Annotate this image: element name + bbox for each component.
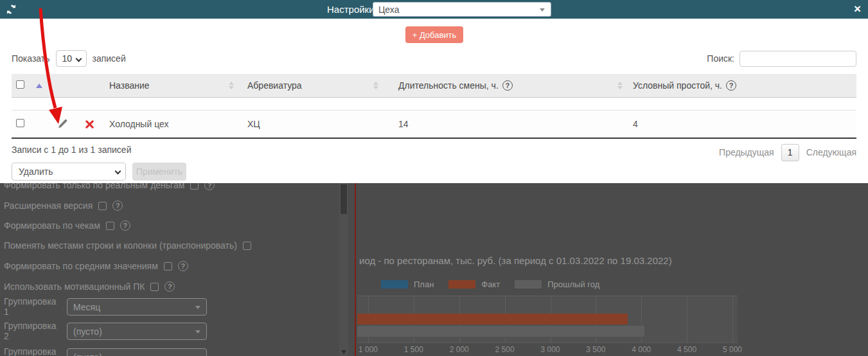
legend-swatch <box>515 280 542 289</box>
help-icon[interactable]: ? <box>726 80 736 91</box>
dimmed-background-page: Формировать только по реальным деньгам ?… <box>0 183 868 356</box>
checkbox <box>150 283 159 291</box>
header-name[interactable]: Название <box>103 80 238 91</box>
legend-label-plan: План <box>414 280 434 289</box>
checkbox <box>98 202 107 210</box>
close-icon[interactable]: × <box>854 2 861 16</box>
revenue-chart-pane: иод - по ресторанам, тыс. руб. (за перио… <box>357 183 868 356</box>
chevron-down-icon <box>75 56 82 62</box>
scrollbar-thumb[interactable] <box>341 184 347 214</box>
chevron-down-icon <box>115 168 121 175</box>
sort-icons <box>617 82 623 89</box>
table-row: Холодный цех ХЦ 14 4 <box>12 111 856 139</box>
chart-gridline <box>687 296 687 343</box>
bulk-action-select[interactable]: Удалить <box>12 163 126 181</box>
chevron-down-icon <box>540 8 545 12</box>
bulk-action-value: Удалить <box>19 166 53 177</box>
chart-xtick-label: 3 000 <box>540 345 560 354</box>
chart-bar-Прошлый год <box>357 326 644 337</box>
records-info: Записи с 1 до 1 из 1 записей <box>12 145 131 155</box>
option-transpose: Поменять местами строки и колонки (транс… <box>4 238 251 253</box>
checkbox <box>106 222 114 230</box>
chart-xtick-label: 4 000 <box>632 345 651 354</box>
legend-label-fact: Факт <box>481 280 500 289</box>
table-header-row: Название Абревиатура Длительность смены,… <box>12 74 856 98</box>
checkbox <box>164 262 172 271</box>
chart-xtick-label: 4 500 <box>677 345 696 354</box>
search-label: Поиск: <box>707 53 734 64</box>
chart-legend: План Факт Прошлый год <box>381 280 608 289</box>
header-abbreviation[interactable]: Абревиатура <box>238 80 382 91</box>
table-spacer-row <box>12 98 856 111</box>
sort-asc-icon <box>36 84 42 88</box>
sort-icons <box>373 82 378 89</box>
chart-xtick-label: 5 000 <box>723 345 742 354</box>
option-average-values: Формировать по средним значениям ? <box>4 259 188 273</box>
edit-icon[interactable] <box>57 118 68 130</box>
legend-swatch <box>381 280 408 289</box>
scrollbar-down-arrow[interactable] <box>341 350 346 354</box>
grouping-1: Группировка 1 Месяц <box>4 296 207 317</box>
grouping-3: Группировка 3 (пусто) <box>4 346 207 356</box>
pagination: Предыдущая 1 Следующая <box>719 143 856 161</box>
workshop-type-select-value: Цеха <box>378 4 399 15</box>
grouping-1-select: Месяц <box>67 298 207 316</box>
page-length-suffix: записей <box>93 53 126 64</box>
help-icon[interactable]: ? <box>502 80 513 91</box>
chart-bar-Факт <box>357 314 628 325</box>
chart-xtick-label: 2 500 <box>495 345 515 354</box>
delete-icon[interactable] <box>85 120 94 129</box>
refresh-icon[interactable] <box>6 4 17 15</box>
chevron-down-icon <box>195 330 200 334</box>
help-icon: ? <box>164 281 175 292</box>
sort-icons <box>229 82 234 89</box>
option-extended-version: Расширенная версия ? <box>4 199 123 213</box>
help-icon: ? <box>112 200 123 211</box>
header-conditional-idle[interactable]: Условный простой, ч. ? <box>626 80 856 91</box>
vertical-scrollbar[interactable] <box>339 183 348 356</box>
grouping-2: Группировка 2 (пусто) <box>4 321 207 341</box>
search-control: Поиск: <box>707 50 856 67</box>
search-input[interactable] <box>740 51 856 67</box>
pagination-next[interactable]: Следующая <box>806 147 856 157</box>
option-motivational-pk: Использовать мотивационный ПК ? <box>4 280 175 294</box>
checkbox <box>190 183 199 190</box>
cell-abbreviation: ХЦ <box>238 119 382 129</box>
chart-title: иод - по ресторанам, тыс. руб. (за перио… <box>359 255 672 266</box>
chart-gridline <box>732 296 733 343</box>
row-checkbox[interactable] <box>16 119 24 127</box>
chevron-down-icon <box>195 306 200 309</box>
bulk-actions: Удалить Применить <box>12 163 186 181</box>
page-length-value: 10 <box>62 53 73 64</box>
help-icon: ? <box>120 220 130 231</box>
chart-xticks: 1 0001 5002 0002 5003 0003 5004 0004 500… <box>357 345 738 355</box>
legend-label-lastyear: Прошлый год <box>547 280 599 289</box>
page-length-select[interactable]: 10 <box>56 50 87 67</box>
cell-name: Холодный цех <box>103 119 238 129</box>
chart-panel-edge <box>355 183 356 356</box>
cell-conditional-idle: 4 <box>626 119 856 129</box>
header-shift-duration[interactable]: Длительность смены, ч. ? <box>382 80 626 91</box>
chart-xtick-label: 1 500 <box>404 345 423 354</box>
page-length-prefix: Показать <box>12 53 50 64</box>
pagination-page-1[interactable]: 1 <box>781 144 799 161</box>
chart-plot <box>357 296 738 343</box>
chart-xtick-label: 3 500 <box>586 345 605 354</box>
checkbox <box>243 242 251 250</box>
chart-xtick-label: 2 000 <box>450 345 469 354</box>
help-icon: ? <box>178 261 188 271</box>
select-all-checkbox[interactable] <box>16 80 24 89</box>
pagination-prev[interactable]: Предыдущая <box>719 147 774 157</box>
workshops-table: Название Абревиатура Длительность смены,… <box>12 74 856 139</box>
option-by-receipts: Формировать по чекам ? <box>4 218 130 233</box>
dialog-title: Настройки <box>327 4 375 15</box>
add-button[interactable]: + Добавить <box>405 26 463 43</box>
grouping-2-select: (пусто) <box>67 323 207 340</box>
header-sort-column[interactable] <box>31 84 103 88</box>
apply-button[interactable]: Применить <box>132 163 186 181</box>
help-icon: ? <box>204 183 215 190</box>
workshop-type-select[interactable]: Цеха <box>373 2 551 17</box>
option-real-money: Формировать только по реальным деньгам ? <box>4 183 215 192</box>
cell-shift-duration: 14 <box>382 119 626 129</box>
page-length-control: Показать 10 записей <box>12 50 126 67</box>
